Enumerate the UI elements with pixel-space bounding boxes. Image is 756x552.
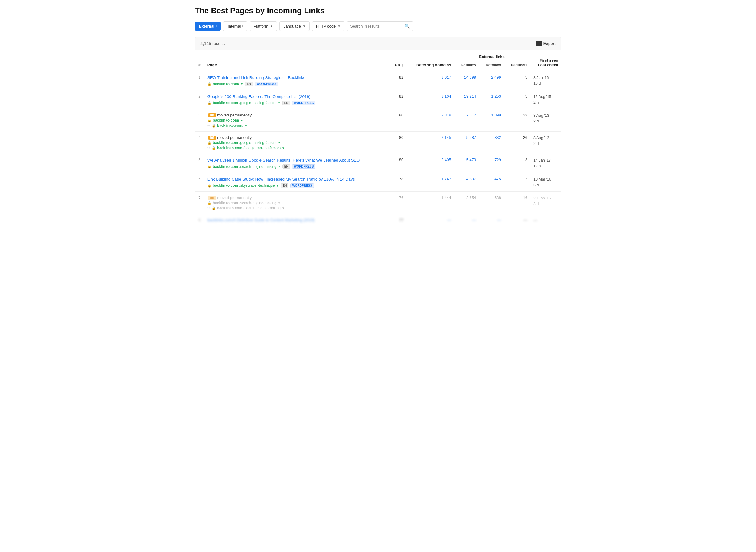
search-input[interactable] — [350, 22, 403, 30]
redirect-dropdown[interactable]: ▼ — [245, 124, 248, 127]
redirect-domain: backlinko.com — [217, 146, 242, 150]
col-page: Page — [204, 50, 389, 71]
redirects-cell: 5 — [504, 71, 531, 90]
platform-badge: WORDPRESS — [255, 82, 278, 86]
page-link[interactable]: SEO Training and Link Building Strategie… — [207, 75, 305, 80]
col-referring-domains: Referring domains — [407, 50, 454, 71]
ur-cell: 77 — [389, 214, 407, 228]
redirect-lock-icon: 🔒 — [212, 146, 216, 150]
first-seen-cell: 14 Jan '1712 h — [531, 154, 561, 173]
page-cell: We Analyzed 1 Million Google Search Resu… — [204, 154, 389, 173]
table-row: 2 Google's 200 Ranking Factors: The Comp… — [195, 90, 561, 109]
nofollow-cell: 729 — [479, 154, 504, 173]
redirect-path: /search-engine-ranking — [244, 206, 281, 210]
ur-cell: 76 — [389, 192, 407, 214]
col-ur[interactable]: UR ↓ — [389, 50, 407, 71]
row-num: 4 — [195, 132, 204, 154]
ur-cell: 82 — [389, 71, 407, 90]
results-table: # Page UR ↓ Referring domains External l… — [195, 50, 561, 228]
redirects-cell: 23 — [504, 109, 531, 132]
page-cell: 301 moved permanently 🔒 backlinko.com/ ▼… — [204, 109, 389, 132]
url-dropdown[interactable]: ▼ — [278, 165, 281, 168]
url-dropdown[interactable]: ▼ — [241, 82, 244, 86]
first-seen-cell: 20 Jan '163 d — [531, 192, 561, 214]
export-button[interactable]: ⬇ Export — [536, 41, 556, 46]
redirect-domain: backlinko.com — [217, 206, 242, 210]
first-seen-cell: 8 Aug '132 d — [531, 109, 561, 132]
ref-domains-cell[interactable]: 3,617 — [407, 71, 454, 90]
url-domain: backlinko.com/ — [213, 82, 239, 86]
col-first-seen: First seenLast check — [531, 50, 561, 71]
url-dropdown[interactable]: ▼ — [278, 141, 281, 145]
url-dropdown[interactable]: ▼ — [276, 184, 279, 187]
col-external-links-header: External linksi — [454, 50, 531, 59]
platform-badge: WORDPRESS — [292, 101, 316, 105]
dofollow-cell: 5,479 — [454, 154, 479, 173]
ur-cell: 82 — [389, 90, 407, 109]
lock-icon: 🔒 — [207, 183, 212, 187]
redirect-dropdown[interactable]: ▼ — [282, 146, 285, 150]
redirects-cell: — — [504, 214, 531, 228]
url-domain: backlinko.com — [213, 164, 238, 169]
internal-button[interactable]: Internali — [223, 21, 247, 31]
url-domain: backlinko.com/ — [213, 118, 239, 123]
platform-dropdown[interactable]: Platform ▼ — [250, 21, 277, 31]
row-num: 5 — [195, 154, 204, 173]
col-hash: # — [195, 50, 204, 71]
url-domain: backlinko.com — [213, 101, 238, 105]
table-row: 5 We Analyzed 1 Million Google Search Re… — [195, 154, 561, 173]
table-row: 7 301 moved permanently 🔒 backlinko.com … — [195, 192, 561, 214]
url-dropdown[interactable]: ▼ — [241, 119, 244, 122]
table-row: 4 301 moved permanently 🔒 backlinko.com … — [195, 132, 561, 154]
redirect-lock-icon: 🔒 — [212, 206, 216, 210]
url-dropdown[interactable]: ▼ — [278, 101, 281, 105]
ref-domains-cell[interactable]: 1,747 — [407, 173, 454, 192]
language-dropdown[interactable]: Language ▼ — [279, 21, 310, 31]
external-button[interactable]: Externali — [195, 22, 221, 30]
lang-badge: EN — [282, 101, 290, 105]
lang-badge: EN — [282, 164, 290, 169]
page-title-text: Google's 200 Ranking Factors: The Comple… — [207, 94, 386, 100]
nofollow-cell: — — [479, 214, 504, 228]
url-domain: backlinko.com — [213, 183, 238, 187]
row-num: 7 — [195, 192, 204, 214]
redirect-domain: backlinko.com/ — [217, 123, 244, 128]
col-redirects: Redirects — [504, 59, 531, 72]
page-cell: 301 moved permanently 🔒 backlinko.com /s… — [204, 192, 389, 214]
dofollow-cell: 7,317 — [454, 109, 479, 132]
status-badge: 301 — [208, 136, 216, 140]
page-title-text: 301 moved permanently — [207, 113, 386, 117]
ref-domains-cell[interactable]: 2,405 — [407, 154, 454, 173]
page-link[interactable]: We Analyzed 1 Million Google Search Resu… — [207, 158, 359, 162]
ref-domains-cell: 1,444 — [407, 192, 454, 214]
lock-icon: 🔒 — [207, 82, 212, 86]
nofollow-cell: 1,253 — [479, 90, 504, 109]
dofollow-cell: 14,399 — [454, 71, 479, 90]
ref-domains-cell[interactable]: 3,104 — [407, 90, 454, 109]
http-code-dropdown[interactable]: HTTP code ▼ — [312, 21, 344, 31]
url-path: /search-engine-ranking — [239, 164, 276, 169]
first-seen-cell: 8 Jan '1618 d — [531, 71, 561, 90]
nofollow-cell: 882 — [479, 132, 504, 154]
first-seen-cell: 12 Aug '152 h — [531, 90, 561, 109]
first-seen-cell: — — [531, 214, 561, 228]
table-row: 6 Link Building Case Study: How I Increa… — [195, 173, 561, 192]
platform-badge: WORDPRESS — [292, 164, 316, 169]
url-path: /search-engine-ranking — [239, 201, 276, 205]
url-dropdown[interactable]: ▼ — [278, 201, 281, 205]
ref-domains-cell[interactable]: 2,318 — [407, 109, 454, 132]
url-path: /google-ranking-factors — [239, 141, 276, 145]
page-link[interactable]: Link Building Case Study: How I Increase… — [207, 177, 355, 181]
redirects-cell: 16 — [504, 192, 531, 214]
row-num: 1 — [195, 71, 204, 90]
redirect-arrow: ↪ — [207, 206, 210, 210]
first-seen-cell: 8 Aug '132 d — [531, 132, 561, 154]
ref-domains-cell[interactable]: 2,145 — [407, 132, 454, 154]
page-title: The Best Pages by Incoming Linksi — [195, 6, 561, 15]
page-link[interactable]: Google's 200 Ranking Factors: The Comple… — [207, 94, 311, 99]
redirect-dropdown[interactable]: ▼ — [282, 206, 285, 210]
redirects-cell: 5 — [504, 90, 531, 109]
col-nofollow: Nofollow — [479, 59, 504, 72]
table-row: 8 backlinko.com/A Definitive Guide to Co… — [195, 214, 561, 228]
nofollow-cell: 2,499 — [479, 71, 504, 90]
